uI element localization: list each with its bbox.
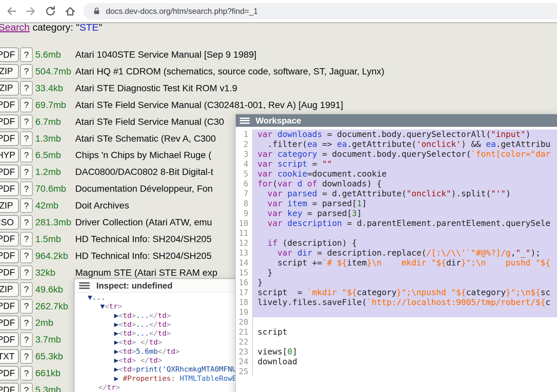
file-help-button[interactable]: ? <box>20 299 33 314</box>
code-line[interactable]: 7 var parsed = d.getAttribute("onclick")… <box>236 189 557 199</box>
collapse-triangle-icon[interactable]: ▼ <box>88 293 92 301</box>
code-line[interactable]: 3var category = document.body.querySelec… <box>236 149 557 159</box>
code-line[interactable]: 22 <box>236 337 557 347</box>
code-text[interactable]: var key = parsed[3] <box>253 209 557 218</box>
expand-triangle-icon[interactable]: ▶ <box>114 311 118 320</box>
tree-node[interactable]: ▶<td>...</td> <box>75 329 260 338</box>
code-text[interactable]: script = `mkdir "${category}";\npushd "$… <box>253 288 557 297</box>
code-line[interactable]: 17script = `mkdir "${category}";\npushd … <box>236 288 557 297</box>
code-line[interactable]: 21script <box>236 327 557 337</box>
code-text[interactable]: var parsed = d.getAttribute("onclick").s… <box>253 189 557 199</box>
file-help-button[interactable]: ? <box>20 131 33 146</box>
file-type-button[interactable]: PDF <box>0 98 19 112</box>
code-text[interactable] <box>253 367 557 377</box>
code-line[interactable]: 12 if (description) { <box>236 238 557 248</box>
code-line[interactable]: 1var downloads = document.body.querySele… <box>236 129 557 139</box>
file-type-button[interactable]: PDF <box>0 299 19 314</box>
code-line[interactable]: 6for(var d of downloads) { <box>236 179 557 189</box>
file-help-button[interactable]: ? <box>20 282 33 297</box>
expand-triangle-icon[interactable]: ▶ <box>114 338 118 346</box>
file-type-button[interactable]: PDF <box>0 332 19 347</box>
file-type-button[interactable]: PDF <box>0 316 19 330</box>
tree-node[interactable]: ▶<td>print('QXRhcmkgMTA0MFNU <box>75 365 260 374</box>
code-text[interactable]: for(var d of downloads) { <box>253 179 557 189</box>
file-help-button[interactable]: ? <box>20 232 33 246</box>
code-line[interactable]: 16} <box>236 278 557 288</box>
file-help-button[interactable]: ? <box>20 81 33 96</box>
code-line[interactable]: 9 var key = parsed[3] <box>236 209 557 218</box>
tree-node[interactable]: ▶<td>...</td> <box>75 320 260 329</box>
tree-node[interactable]: ▼<tr> <box>75 302 260 311</box>
tree-node[interactable]: ▶<td> </td> <box>75 338 260 347</box>
expand-triangle-icon[interactable]: ▶ <box>114 329 118 337</box>
collapse-triangle-icon[interactable]: ▼ <box>100 302 105 310</box>
file-help-button[interactable]: ? <box>20 47 33 62</box>
file-help-button[interactable]: ? <box>20 98 33 112</box>
tree-node[interactable]: ▼... <box>75 293 260 302</box>
code-line[interactable]: 11 <box>236 228 557 238</box>
code-line[interactable]: 20 <box>236 317 557 327</box>
expand-triangle-icon[interactable]: ▶ <box>114 365 118 373</box>
file-type-button[interactable]: ZIP <box>0 198 19 213</box>
tree-node[interactable]: ▶<td>5.6mb</td> <box>75 347 260 356</box>
tree-node[interactable]: </tr> <box>75 383 260 392</box>
inspect-titlebar[interactable]: Inspect: undefined <box>75 279 260 293</box>
file-type-button[interactable]: ISO <box>0 215 19 230</box>
file-help-button[interactable]: ? <box>20 64 33 79</box>
file-help-button[interactable]: ? <box>20 383 33 392</box>
code-text[interactable]: views[0] <box>253 347 557 357</box>
code-text[interactable] <box>253 228 557 238</box>
expand-triangle-icon[interactable]: ▶ <box>114 347 118 355</box>
code-text[interactable]: var downloads = document.body.querySelec… <box>253 129 557 139</box>
file-help-button[interactable]: ? <box>20 332 33 347</box>
file-type-button[interactable]: ZIP <box>0 282 19 297</box>
code-text[interactable] <box>253 337 557 347</box>
code-line[interactable]: 23views[0] <box>236 347 557 357</box>
file-type-button[interactable]: PDF <box>0 182 19 196</box>
file-type-button[interactable]: PDF <box>0 131 19 146</box>
code-text[interactable]: var script = "" <box>253 159 557 169</box>
file-type-button[interactable]: PDF <box>0 249 19 263</box>
code-text[interactable]: } <box>253 268 557 278</box>
file-help-button[interactable]: ? <box>20 266 33 280</box>
file-help-button[interactable]: ? <box>20 148 33 162</box>
file-type-button[interactable]: PDF <box>0 47 19 62</box>
code-line[interactable]: 5var cookie=document.cookie <box>236 169 557 179</box>
file-help-button[interactable]: ? <box>20 165 33 179</box>
code-text[interactable]: script <box>253 327 557 337</box>
code-line[interactable]: 18lively.files.saveFile(`http://localhos… <box>236 297 557 307</box>
code-line[interactable]: 19 <box>236 307 557 317</box>
file-type-button[interactable]: PDF <box>0 165 19 179</box>
code-line[interactable]: 13 var dir = description.replace(/[:\/\\… <box>236 248 557 258</box>
tree-node[interactable]: ▶<td>...</td> <box>75 311 260 320</box>
tree-node[interactable]: ▶<td> </td> <box>75 356 260 365</box>
file-type-button[interactable]: PDF <box>0 366 19 380</box>
code-line[interactable]: 4var script = "" <box>236 159 557 169</box>
workspace-titlebar[interactable]: Workspace <box>236 114 557 127</box>
code-line[interactable]: 24download <box>236 357 557 367</box>
code-text[interactable]: script +=`# ${item}\n mkdir "${dir}";\n … <box>253 258 557 268</box>
file-type-button[interactable]: ZIP <box>0 64 19 79</box>
code-text[interactable]: if (description) { <box>253 238 557 248</box>
code-text[interactable]: download <box>253 357 557 367</box>
file-type-button[interactable]: PDF <box>0 232 19 246</box>
expand-triangle-icon[interactable]: ▶ <box>114 356 118 364</box>
search-link[interactable]: Search <box>0 22 30 33</box>
expand-triangle-icon[interactable]: ▶ <box>114 320 118 328</box>
file-help-button[interactable]: ? <box>20 115 33 129</box>
code-line[interactable]: 10 var description = d.parentElement.par… <box>236 218 557 228</box>
expand-triangle-icon[interactable]: ▶ <box>114 374 118 382</box>
file-help-button[interactable]: ? <box>20 249 33 263</box>
url-bar[interactable]: docs.dev-docs.org/htm/search.php?find=_1 <box>83 3 557 19</box>
code-text[interactable]: var description = d.parentElement.parent… <box>253 218 557 228</box>
reload-button[interactable] <box>43 4 58 19</box>
file-type-button[interactable]: PDF <box>0 383 19 392</box>
code-text[interactable]: var category = document.body.querySelect… <box>253 149 557 159</box>
code-text[interactable]: var cookie=document.cookie <box>253 169 557 179</box>
menu-icon[interactable] <box>240 116 250 125</box>
forward-button[interactable] <box>23 4 38 19</box>
code-text[interactable]: var dir = description.replace(/[:\/\\'`"… <box>253 248 557 258</box>
code-line[interactable]: 8 var item = parsed[1] <box>236 199 557 209</box>
code-text[interactable]: .filter(ea => ea.getAttribute('onclick')… <box>253 139 557 149</box>
file-help-button[interactable]: ? <box>20 215 33 230</box>
